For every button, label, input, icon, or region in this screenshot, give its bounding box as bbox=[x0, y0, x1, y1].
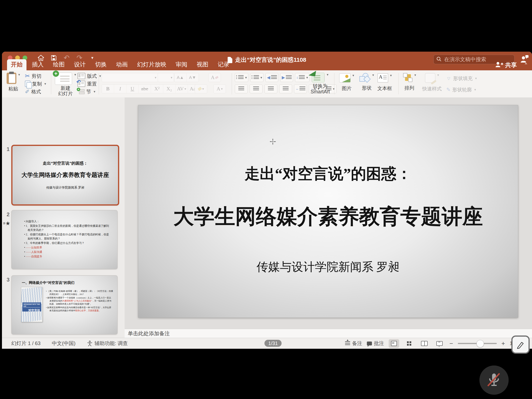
layout-dropdown-icon[interactable]: ▾ bbox=[99, 74, 101, 78]
paste-button[interactable]: ▾ 粘贴 bbox=[7, 73, 20, 92]
thumbnail-bullet: • 如果把互联网中的交流与传播活动看作是一种“对空言说”，大学生群体无疑在这样的… bbox=[46, 306, 113, 312]
new-slide-button[interactable]: ▾ 新建幻灯片 bbox=[55, 73, 76, 96]
font-format-button-0[interactable]: B bbox=[102, 84, 114, 93]
shapes-dropdown-icon[interactable]: ▾ bbox=[372, 73, 374, 77]
distribute-button[interactable]: ↔ bbox=[294, 84, 307, 93]
increase-font-button[interactable]: A▲ bbox=[174, 73, 187, 82]
slide-number-2: 2 bbox=[7, 212, 10, 218]
numbering-icon bbox=[252, 75, 259, 80]
zoom-out-button[interactable]: − bbox=[450, 340, 453, 347]
titlebar: ↶ ↷ ▾ 走出“对空言说”的困惑1108 开始插入绘图设计切换动画幻灯片放映审… bbox=[2, 52, 532, 70]
notes-pane[interactable]: 单击此处添加备注 bbox=[125, 329, 532, 338]
tab-8[interactable]: 视图 bbox=[193, 59, 212, 70]
zoom-in-button[interactable]: + bbox=[501, 340, 505, 347]
arrange-dropdown-icon[interactable]: ▾ bbox=[414, 73, 416, 77]
smartart-dropdown-icon[interactable]: ▾ bbox=[327, 73, 329, 77]
slide-subtitle[interactable]: 传媒与设计学院新闻系 罗昶 bbox=[138, 259, 518, 275]
align-center-button[interactable] bbox=[250, 84, 262, 93]
copy-button[interactable]: 复制▾ bbox=[25, 80, 46, 87]
paste-dropdown-icon[interactable]: ▾ bbox=[18, 73, 20, 77]
picture-button[interactable]: ▾ 图片 bbox=[339, 73, 354, 91]
shape-fill-button[interactable]: 🜄 形状填充▾ bbox=[446, 75, 477, 82]
quick-styles-button[interactable]: ▾ 快速样式 bbox=[422, 73, 442, 92]
justify-button[interactable] bbox=[279, 84, 292, 93]
cut-button[interactable]: ✂ 剪切 bbox=[25, 72, 46, 80]
convert-to-smartart-button[interactable]: ▾ 转换为SmartArt bbox=[310, 73, 330, 95]
reset-button[interactable]: ↶ 重置 bbox=[77, 80, 101, 87]
line-spacing-button[interactable]: ↕▾ bbox=[295, 73, 310, 82]
notes-placeholder[interactable]: 单击此处添加备注 bbox=[128, 330, 170, 337]
new-slide-dropdown-icon[interactable]: ▾ bbox=[74, 73, 76, 77]
font-color-button[interactable]: A▾ bbox=[213, 84, 226, 93]
format-painter-button[interactable]: ✐ 格式 bbox=[25, 88, 46, 95]
thumbnail-bullet: • ——自我提升 bbox=[24, 254, 111, 258]
thumbnail-bullet: • 3、今年的春季学期，你们通过什么方式在学习？ bbox=[24, 241, 111, 245]
reading-view-button[interactable] bbox=[419, 339, 430, 348]
font-format-button-1[interactable]: I bbox=[114, 84, 126, 93]
status-bar: 幻灯片 1 / 63 中文(中国) 辅助功能: 调查 1/31 备注 批注 − bbox=[2, 338, 532, 349]
normal-view-button[interactable] bbox=[389, 339, 399, 348]
justify-icon bbox=[283, 86, 289, 91]
tab-5[interactable]: 动画 bbox=[112, 59, 132, 70]
notes-toggle-button[interactable]: 备注 bbox=[345, 340, 362, 347]
comments-toggle-button[interactable]: 批注 bbox=[367, 340, 384, 347]
powerpoint-window: ↶ ↷ ▾ 走出“对空言说”的困惑1108 开始插入绘图设计切换动画幻灯片放映审… bbox=[2, 52, 532, 349]
slide-thumbnail-1[interactable]: 走出“对空言说”的困惑： 大学生网络媒介素养教育专题讲座 传媒与设计学院新闻系 … bbox=[11, 145, 119, 206]
section-button[interactable]: + 节▾ bbox=[77, 88, 101, 95]
tab-6[interactable]: 幻灯片放映 bbox=[133, 59, 170, 70]
font-size-select[interactable]: ▾ bbox=[158, 73, 174, 82]
clear-formatting-button[interactable]: A bbox=[208, 73, 221, 82]
annotation-app-button[interactable] bbox=[511, 335, 530, 354]
slide-thumbnail-3[interactable]: 一、网络媒介中“对空言说”的我们 SPEAKING INTO THE AIR对空… bbox=[11, 275, 118, 335]
slide-thumbnail-2[interactable]: • 问题导入：• 1、英国女王伊丽莎白二世去世的新闻，你是通过哪些传播渠道了解到… bbox=[11, 210, 118, 269]
zoom-slider-thumb[interactable] bbox=[476, 340, 484, 347]
slide-canvas[interactable]: 走出“对空言说”的困惑： 大学生网络媒介素养教育专题讲座 传媒与设计学院新闻系 … bbox=[138, 105, 518, 318]
copy-dropdown-icon[interactable]: ▾ bbox=[44, 82, 46, 86]
slideshow-button[interactable] bbox=[434, 339, 445, 348]
decrease-font-button[interactable]: A▼ bbox=[187, 73, 199, 82]
accessibility-status[interactable]: 辅助功能: 调查 bbox=[87, 340, 128, 347]
align-left-button[interactable] bbox=[235, 84, 248, 93]
shapes-button[interactable]: ▾ 形状 bbox=[360, 73, 374, 91]
decrease-indent-button[interactable]: ◀ bbox=[266, 73, 278, 82]
tab-0[interactable]: 开始 bbox=[7, 59, 26, 70]
font-format-button-3[interactable]: abe bbox=[139, 84, 151, 93]
picture-dropdown-icon[interactable]: ▾ bbox=[352, 73, 354, 77]
section-dropdown-icon[interactable]: ▾ bbox=[94, 90, 95, 94]
textbox-dropdown-icon[interactable]: ▾ bbox=[390, 73, 392, 77]
slide-title-line2[interactable]: 大学生网络媒介素养教育专题讲座 bbox=[138, 203, 518, 231]
font-format-button-5[interactable]: X₂ bbox=[163, 84, 176, 93]
font-format-button-4[interactable]: X² bbox=[151, 84, 163, 93]
copy-icon bbox=[25, 81, 30, 87]
language-indicator[interactable]: 中文(中国) bbox=[52, 340, 75, 347]
numbering-button[interactable]: ▾ bbox=[250, 73, 264, 82]
share-button[interactable]: 共享 bbox=[495, 61, 517, 69]
tab-7[interactable]: 审阅 bbox=[172, 59, 191, 70]
layout-button[interactable]: 版式▾ bbox=[77, 72, 101, 80]
textbox-button[interactable]: ▾ 文本框 bbox=[377, 73, 392, 91]
font-name-select[interactable]: ▾ bbox=[102, 73, 158, 82]
increase-indent-button[interactable]: ▶ bbox=[280, 73, 293, 82]
shape-outline-button[interactable]: ✎ 形状轮廓▾ bbox=[446, 86, 477, 93]
collapse-ribbon-chevron-icon[interactable]: ⌃ bbox=[524, 62, 528, 68]
highlight-button[interactable]: ▾ bbox=[195, 84, 207, 93]
slide-editing-area: 走出“对空言说”的困惑： 大学生网络媒介素养教育专题讲座 传媒与设计学院新闻系 … bbox=[125, 97, 532, 338]
slide-title-line1[interactable]: 走出“对空言说”的困惑： bbox=[138, 164, 518, 184]
microphone-muted-button[interactable] bbox=[479, 366, 509, 395]
font-format-button-6[interactable]: AV▾ bbox=[176, 84, 188, 93]
tab-9[interactable]: 记录 bbox=[214, 59, 233, 70]
tab-4[interactable]: 切换 bbox=[91, 59, 111, 70]
bullets-button[interactable]: ▾ bbox=[235, 73, 248, 82]
tab-2[interactable]: 绘图 bbox=[49, 59, 69, 70]
align-right-icon bbox=[268, 86, 274, 91]
zoom-slider[interactable] bbox=[458, 343, 497, 344]
slide-sorter-icon bbox=[407, 341, 411, 346]
slide-sorter-view-button[interactable] bbox=[404, 339, 414, 348]
new-slide-icon bbox=[55, 73, 72, 85]
align-right-button[interactable] bbox=[265, 84, 277, 93]
arrange-button[interactable]: ▾ 排列 bbox=[403, 73, 416, 91]
tab-3[interactable]: 设计 bbox=[70, 59, 89, 70]
font-format-button-2[interactable]: U bbox=[126, 84, 139, 93]
textbox-icon bbox=[378, 73, 388, 82]
tab-1[interactable]: 插入 bbox=[28, 59, 48, 70]
